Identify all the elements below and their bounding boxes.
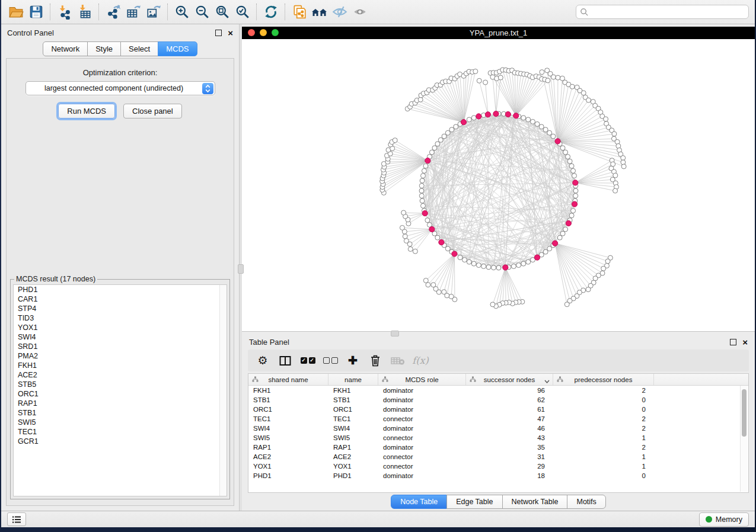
mcds-result-item[interactable]: PMA2 [14, 351, 227, 361]
mcds-result-item[interactable]: STB1 [14, 408, 227, 418]
mcds-result-item[interactable]: ACE2 [14, 370, 227, 380]
toolbar-separator [256, 4, 257, 20]
mcds-result-item[interactable]: FKH1 [14, 361, 227, 370]
table-row[interactable]: PHD1PHD1dominator180 [248, 471, 748, 480]
table-scrollbar[interactable] [740, 386, 748, 492]
table-settings-button[interactable]: ⚙ [251, 352, 274, 370]
zoom-selected-button[interactable] [232, 3, 253, 21]
float-panel-icon[interactable] [215, 30, 222, 36]
import-table-button[interactable] [75, 3, 95, 21]
mcds-result-item[interactable]: ORC1 [14, 389, 227, 399]
mcds-result-item[interactable]: STP4 [14, 304, 227, 313]
mcds-result-item[interactable]: CAR1 [14, 294, 227, 304]
zoom-fit-button[interactable] [212, 3, 232, 21]
scrollbar-thumb[interactable] [742, 389, 747, 437]
mcds-result-item[interactable]: SWI4 [14, 332, 227, 342]
run-mcds-button[interactable]: Run MCDS [58, 104, 115, 118]
mcds-list-scrollbar[interactable] [219, 285, 227, 496]
hide-selected-button[interactable] [330, 3, 350, 21]
duplicate-network-button[interactable] [289, 3, 310, 21]
mcds-result-item[interactable]: RAP1 [14, 399, 227, 408]
table-cell: dominator [378, 472, 466, 479]
column-header-MCDS-role[interactable]: MCDS role [378, 374, 466, 385]
show-all-button[interactable] [350, 3, 370, 21]
splitter-handle[interactable] [391, 331, 399, 336]
import-table-icon [77, 4, 92, 20]
function-builder-button[interactable]: f(x) [409, 352, 432, 370]
close-panel-icon[interactable]: × [742, 338, 748, 347]
table-row[interactable]: TEC1TEC1connector472 [248, 414, 748, 424]
open-file-button[interactable] [6, 3, 26, 21]
export-image-button[interactable] [143, 3, 164, 21]
table-row[interactable]: STB1STB1dominator620 [248, 395, 748, 405]
table-row[interactable]: RAP1RAP1dominator352 [248, 443, 748, 452]
column-header-name[interactable]: name [328, 374, 378, 385]
tab-edge-table[interactable]: Edge Table [446, 495, 502, 509]
table-row[interactable]: YOX1YOX1connector291 [248, 462, 748, 471]
mcds-result-item[interactable]: SRD1 [14, 342, 227, 351]
table-cell: 46 [466, 425, 553, 432]
tab-motifs[interactable]: Motifs [567, 495, 605, 509]
tab-node-table[interactable]: Node Table [391, 495, 447, 509]
mcds-result-item[interactable]: GCR1 [14, 437, 227, 446]
mcds-result-item[interactable]: TID3 [14, 313, 227, 323]
table-cell: SWI4 [248, 425, 328, 432]
mcds-result-item[interactable]: STB5 [14, 380, 227, 389]
mcds-result-item[interactable]: PHD1 [14, 285, 227, 294]
tab-select[interactable]: Select [120, 41, 158, 56]
column-header-shared-name[interactable]: shared name [248, 374, 328, 385]
zoom-in-icon [174, 4, 190, 20]
save-session-button[interactable] [26, 3, 46, 21]
column-header-successor-nodes[interactable]: successor nodes [466, 374, 553, 385]
table-row[interactable]: SWI4SWI4dominator462 [248, 424, 748, 433]
column-header-predecessor-nodes[interactable]: predecessor nodes [553, 374, 654, 385]
sort-chevron-icon [544, 377, 550, 384]
table-cell: connector [378, 434, 466, 441]
export-table-button[interactable] [123, 3, 143, 21]
tab-network[interactable]: Network [43, 41, 88, 56]
task-history-button[interactable] [7, 512, 26, 526]
table-cell: 62 [466, 396, 553, 403]
zoom-out-button[interactable] [192, 3, 212, 21]
zoom-in-button[interactable] [172, 3, 192, 21]
close-panel-icon[interactable]: × [228, 28, 233, 37]
criterion-dropdown[interactable]: largest connected component (undirected) [25, 81, 215, 95]
select-all-button[interactable]: ✓✓ [296, 352, 319, 370]
mcds-result-item[interactable]: YOX1 [14, 323, 227, 332]
horizontal-splitter[interactable] [242, 332, 755, 335]
close-panel-button[interactable]: Close panel [123, 104, 182, 118]
delete-column-button[interactable] [364, 352, 387, 370]
network-view[interactable] [242, 39, 755, 332]
export-image-icon [146, 4, 161, 20]
export-network-button[interactable] [103, 3, 123, 21]
float-panel-icon[interactable] [730, 339, 736, 345]
table-row[interactable]: ACE2ACE2connector311 [248, 452, 748, 462]
tab-network-table[interactable]: Network Table [502, 495, 568, 509]
table-row[interactable]: SWI5SWI5connector431 [248, 433, 748, 443]
table-cell: PHD1 [328, 472, 378, 479]
delete-table-button[interactable] [387, 352, 409, 370]
search-input[interactable] [591, 7, 745, 17]
refresh-button[interactable] [261, 3, 281, 21]
node-table: shared namenameMCDS rolesuccessor nodesp… [248, 373, 749, 493]
table-row[interactable]: ORC1ORC1dominator610 [248, 405, 748, 414]
mcds-result-item[interactable]: TEC1 [14, 427, 227, 437]
deselect-all-button[interactable]: ✓✓ [319, 352, 342, 370]
memory-button[interactable]: Memory [699, 512, 749, 527]
close-window-icon[interactable] [248, 29, 255, 36]
column-layout-button[interactable] [274, 352, 296, 370]
maximize-window-icon[interactable] [272, 29, 279, 36]
criterion-dropdown-value: largest connected component (undirected) [26, 84, 202, 92]
mcds-result-item[interactable]: SWI5 [14, 418, 227, 427]
splitter-handle[interactable] [238, 264, 244, 274]
create-column-button[interactable]: ✚ [342, 352, 364, 370]
table-row[interactable]: FKH1FKH1dominator962 [248, 386, 748, 395]
tab-mcds[interactable]: MCDS [158, 41, 197, 56]
tab-style[interactable]: Style [87, 41, 121, 56]
vertical-splitter[interactable] [239, 24, 242, 511]
delete-table-icon [391, 355, 405, 366]
minimize-window-icon[interactable] [260, 29, 267, 36]
optimization-criterion-label: Optimization criterion: [7, 68, 234, 77]
import-network-button[interactable] [55, 3, 75, 21]
first-neighbors-button[interactable] [310, 3, 330, 21]
